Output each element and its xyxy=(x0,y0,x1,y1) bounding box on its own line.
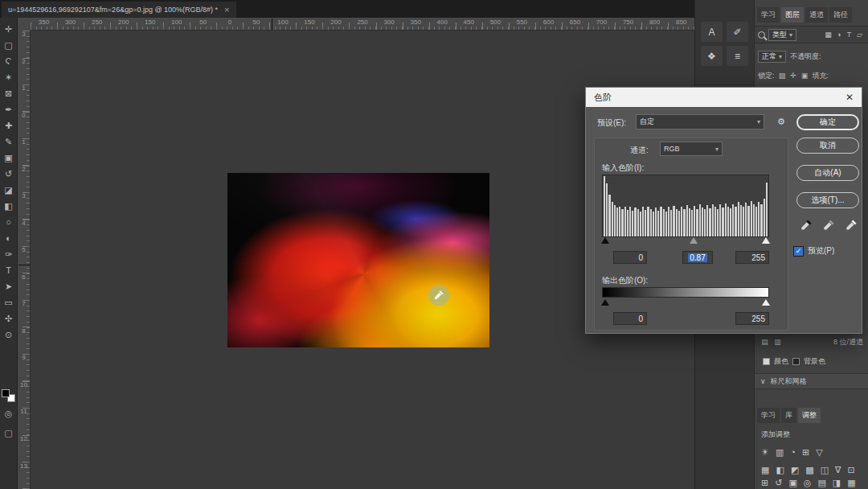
background-color-indicator[interactable] xyxy=(792,358,800,365)
preview-checkbox[interactable]: ✓ xyxy=(793,246,804,257)
gradient-map-icon[interactable]: ∇ xyxy=(835,465,841,475)
output-white-field[interactable]: 255 xyxy=(735,312,769,325)
clone-stamp-tool-icon[interactable]: ▣ xyxy=(1,150,17,166)
type-tool-icon[interactable]: T xyxy=(1,262,17,278)
preset-dropdown[interactable]: 自定 ▾ xyxy=(636,114,764,129)
exposure-adjustment-icon[interactable]: ⊞ xyxy=(802,447,809,458)
shape-tool-icon[interactable]: ▭ xyxy=(1,294,17,310)
move-tool-icon[interactable]: ✛ xyxy=(1,21,17,37)
document-tab[interactable]: u=1944529616,969292107&fm=26&gp=0.jpg @ … xyxy=(2,2,236,18)
auto-button[interactable]: 自动(A) xyxy=(796,165,859,181)
vibrance-adjustment-icon[interactable]: ▽ xyxy=(816,447,822,458)
gradient-tool-icon[interactable]: ◧ xyxy=(1,198,17,214)
input-gamma-slider[interactable] xyxy=(690,237,698,244)
character-panel-icon[interactable]: A xyxy=(701,22,723,42)
ok-button[interactable]: 确定 xyxy=(796,114,859,130)
info-panel-icon[interactable]: ▥ xyxy=(772,338,783,346)
horizontal-ruler[interactable]: 3503002502001501005005010015020025030035… xyxy=(31,18,694,31)
3d-panel-icon[interactable]: ❖ xyxy=(701,46,723,66)
link-layers-icon[interactable]: ⊞ xyxy=(761,478,768,488)
close-icon[interactable]: ✕ xyxy=(845,92,854,103)
hue-saturation-icon[interactable]: ▦ xyxy=(761,465,769,475)
history-brush-tool-icon[interactable]: ↺ xyxy=(1,166,17,182)
histogram-bar xyxy=(668,207,669,236)
lock-transparent-pixels-icon[interactable]: ▧ xyxy=(777,72,788,80)
crop-tool-icon[interactable]: ⊠ xyxy=(1,85,17,101)
tab-close-icon[interactable]: × xyxy=(224,5,229,14)
filter-pixel-layers-icon[interactable]: ▦ xyxy=(823,31,833,39)
blur-tool-icon[interactable]: ○ xyxy=(1,214,17,230)
input-white-field[interactable]: 255 xyxy=(735,251,769,264)
curves-adjustment-icon[interactable]: ◔ xyxy=(790,447,796,457)
white-point-eyedropper[interactable] xyxy=(843,218,859,232)
gray-point-eyedropper[interactable] xyxy=(821,218,837,232)
delete-layer-icon[interactable]: ▦ xyxy=(847,478,855,488)
vertical-ruler[interactable]: 321012345678910111213 xyxy=(18,31,31,489)
input-white-slider[interactable] xyxy=(762,237,770,244)
preset-options-button[interactable]: ⚙ xyxy=(771,114,792,129)
tab-paths[interactable]: 路径 xyxy=(829,7,852,23)
layer-effects-icon[interactable]: ↺ xyxy=(775,478,782,488)
eyedropper-tool-icon[interactable]: ✒ xyxy=(1,101,17,117)
tab-learn-2[interactable]: 学习 xyxy=(757,408,780,423)
tab-libraries[interactable]: 库 xyxy=(781,408,796,423)
layer-group-icon[interactable]: ▤ xyxy=(817,478,825,488)
tab-adjustments[interactable]: 调整 xyxy=(798,408,821,423)
foreground-color-indicator[interactable] xyxy=(763,358,770,365)
output-black-slider[interactable] xyxy=(601,299,609,306)
ruler-label: 1 xyxy=(18,84,30,112)
layer-mask-icon[interactable]: ▣ xyxy=(788,478,796,488)
input-gamma-field[interactable]: 0.87 xyxy=(682,251,713,264)
levels-adjustment-icon[interactable]: ▥ xyxy=(776,447,784,458)
marquee-tool-icon[interactable]: ▢ xyxy=(1,37,17,53)
cancel-button[interactable]: 取消 xyxy=(796,138,859,154)
filter-type-layers-icon[interactable]: T xyxy=(844,31,854,39)
levels-histogram[interactable] xyxy=(602,175,769,237)
dodge-tool-icon[interactable]: ◐ xyxy=(1,230,17,246)
brush-settings-panel-icon[interactable]: ✐ xyxy=(727,22,748,42)
rulers-grid-section[interactable]: ∨ 标尺和网格 xyxy=(755,373,868,389)
document-image[interactable] xyxy=(227,173,489,347)
screen-mode-button[interactable]: ▢ xyxy=(1,425,17,441)
zoom-tool-icon[interactable]: ⊙ xyxy=(1,327,17,343)
eraser-tool-icon[interactable]: ◪ xyxy=(1,182,17,198)
filter-shape-layers-icon[interactable]: ▱ xyxy=(854,31,865,39)
blend-mode-dropdown[interactable]: 正常 ▾ xyxy=(758,51,786,63)
tab-channels[interactable]: 通道 xyxy=(805,7,828,23)
quick-selection-tool-icon[interactable]: ✶ xyxy=(1,69,17,85)
tab-layers[interactable]: 图层 xyxy=(781,7,804,23)
filter-kind-dropdown[interactable]: 类型 ▾ xyxy=(768,29,796,41)
black-white-icon[interactable]: ◩ xyxy=(791,465,799,475)
new-adjustment-layer-icon[interactable]: ◎ xyxy=(804,478,812,488)
quick-mask-button[interactable]: ◎ xyxy=(1,405,17,421)
input-black-field[interactable]: 0 xyxy=(613,251,647,264)
lock-all-icon[interactable]: ▣ xyxy=(800,72,810,80)
output-white-slider[interactable] xyxy=(762,299,770,306)
ruler-origin-corner[interactable] xyxy=(18,18,31,31)
tab-learn[interactable]: 学习 xyxy=(757,7,780,23)
options-button[interactable]: 选项(T)... xyxy=(796,192,859,208)
foreground-color-swatch[interactable] xyxy=(2,389,10,397)
brightness-contrast-icon[interactable]: ☀ xyxy=(761,447,769,458)
selective-color-icon[interactable]: ⊡ xyxy=(847,465,854,475)
channel-dropdown[interactable]: RGB ▾ xyxy=(660,142,723,156)
dialog-title-bar[interactable]: 色阶 ✕ xyxy=(586,88,862,107)
histogram-panel-icon[interactable]: ▤ xyxy=(760,338,770,346)
color-balance-icon[interactable]: ◧ xyxy=(776,465,784,475)
filter-adjustment-layers-icon[interactable]: ◑ xyxy=(833,31,844,39)
input-black-slider[interactable] xyxy=(601,237,609,244)
channel-mixer-icon[interactable]: ◫ xyxy=(821,465,829,475)
lasso-tool-icon[interactable]: Ϛ xyxy=(1,53,17,69)
search-icon[interactable] xyxy=(758,31,765,39)
healing-brush-tool-icon[interactable]: ✚ xyxy=(1,117,17,134)
hand-tool-icon[interactable]: ✣ xyxy=(1,310,17,327)
path-selection-tool-icon[interactable]: ➤ xyxy=(1,278,17,294)
photo-filter-icon[interactable]: ▩ xyxy=(805,465,813,475)
output-black-field[interactable]: 0 xyxy=(613,312,647,325)
lock-position-icon[interactable]: ✛ xyxy=(788,72,799,80)
pen-tool-icon[interactable]: ✑ xyxy=(1,246,17,262)
new-layer-icon[interactable]: ◨ xyxy=(833,478,841,488)
black-point-eyedropper[interactable] xyxy=(798,218,814,232)
properties-panel-icon[interactable]: ≡ xyxy=(727,46,748,66)
brush-tool-icon[interactable]: ✎ xyxy=(1,134,17,150)
